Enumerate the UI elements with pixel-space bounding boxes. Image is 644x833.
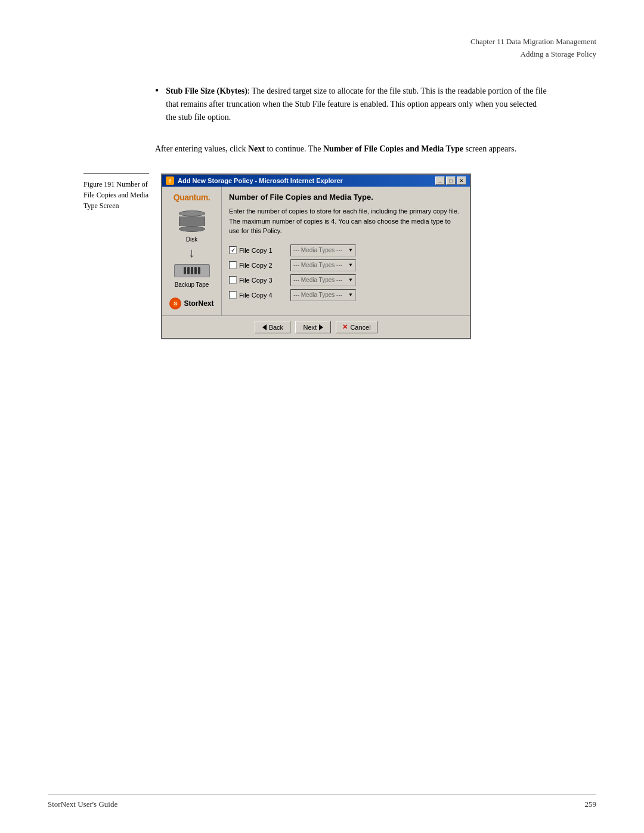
file-copy-3-checkbox[interactable] — [229, 276, 237, 284]
bullet-label: Stub File Size (Kbytes) — [166, 86, 247, 95]
back-label: Back — [269, 324, 283, 331]
file-copy-2-media-value: --- Media Types --- — [293, 262, 342, 268]
file-copy-row-1: File Copy 1 --- Media Types --- ▼ — [229, 244, 463, 256]
back-button[interactable]: Back — [255, 321, 290, 333]
dialog-title: Add New Storage Policy - Microsoft Inter… — [178, 177, 343, 184]
file-copy-2-checkbox-wrapper[interactable]: File Copy 2 — [229, 261, 286, 269]
after-text-bold: Number of File Copies and Media Type — [323, 144, 463, 153]
dropdown-arrow-1: ▼ — [348, 247, 353, 253]
figure-section: Figure 191 Number of File Copies and Med… — [83, 174, 561, 339]
file-copy-4-media-value: --- Media Types --- — [293, 292, 342, 298]
arrow-down-icon: ↓ — [188, 246, 195, 259]
tape-slot-1 — [184, 267, 186, 274]
after-text-middle: to continue. The — [265, 144, 323, 153]
stornext-text: StorNext — [184, 299, 213, 308]
file-copy-4-label: File Copy 4 — [239, 292, 273, 299]
file-copy-1-label: File Copy 1 — [239, 247, 273, 254]
dialog-sidebar: Quantum. Disk ↓ — [162, 187, 222, 315]
disk-body — [179, 216, 205, 226]
tape-device-icon — [174, 264, 210, 277]
titlebar-buttons[interactable]: _ □ × — [435, 176, 466, 185]
cancel-label: Cancel — [350, 324, 370, 331]
chapter-line2: Adding a Storage Policy — [48, 48, 596, 61]
file-copy-4-media-select[interactable]: --- Media Types --- ▼ — [290, 289, 356, 301]
file-copy-4-checkbox-wrapper[interactable]: File Copy 4 — [229, 291, 286, 299]
file-copy-4-checkbox[interactable] — [229, 291, 237, 299]
quantum-text: Quantum. — [174, 193, 210, 202]
after-text-before: After entering values, click — [155, 144, 248, 153]
file-copy-2-checkbox[interactable] — [229, 261, 237, 269]
file-copy-3-media-value: --- Media Types --- — [293, 277, 342, 283]
bullet-item: • Stub File Size (Kbytes): The desired t… — [155, 85, 549, 125]
cancel-button[interactable]: ✕ Cancel — [336, 321, 377, 333]
chapter-header: Chapter 11 Data Migration Management Add… — [48, 36, 596, 61]
file-copy-3-checkbox-wrapper[interactable]: File Copy 3 — [229, 276, 286, 284]
bullet-text: Stub File Size (Kbytes): The desired tar… — [166, 85, 549, 125]
tape-slot-3 — [191, 267, 193, 274]
file-copy-1-checkbox[interactable] — [229, 246, 237, 254]
footer-page-number: 259 — [585, 800, 597, 809]
footer-left: StorNext User's Guide — [48, 800, 117, 809]
dialog-box: e Add New Storage Policy - Microsoft Int… — [161, 174, 471, 339]
quantum-logo: Quantum. — [174, 193, 210, 202]
file-copy-row-4: File Copy 4 --- Media Types --- ▼ — [229, 289, 463, 301]
file-copy-1-media-value: --- Media Types --- — [293, 247, 342, 253]
disk-icon — [179, 210, 205, 232]
back-icon — [262, 324, 267, 330]
after-text-paragraph: After entering values, click Next to con… — [155, 143, 549, 156]
disk-stack — [179, 210, 205, 232]
stornext-logo: S StorNext — [169, 298, 213, 309]
after-text-next: Next — [248, 144, 265, 153]
next-icon — [319, 324, 323, 330]
maximize-button[interactable]: □ — [446, 176, 456, 185]
dialog-content: Quantum. Disk ↓ — [162, 187, 470, 315]
dialog-main: Number of File Copies and Media Type. En… — [222, 187, 470, 315]
file-copy-3-label: File Copy 3 — [239, 277, 273, 284]
after-text-after: screen appears. — [463, 144, 516, 153]
dialog-description: Enter the number of copies to store for … — [229, 206, 463, 236]
dialog-bottom-bar: Back Next ✕ Cancel — [162, 315, 470, 338]
file-copy-3-media-select[interactable]: --- Media Types --- ▼ — [290, 274, 356, 286]
chapter-line1: Chapter 11 Data Migration Management — [48, 36, 596, 48]
file-copy-1-checkbox-wrapper[interactable]: File Copy 1 — [229, 246, 286, 254]
page-footer: StorNext User's Guide 259 — [48, 794, 596, 809]
disk-top — [179, 210, 205, 216]
file-copy-row-2: File Copy 2 --- Media Types --- ▼ — [229, 259, 463, 271]
close-button[interactable]: × — [457, 176, 466, 185]
cancel-x-icon: ✕ — [342, 323, 348, 331]
disk-bottom — [179, 226, 205, 232]
figure-caption: Figure 191 Number of File Copies and Med… — [83, 174, 149, 339]
file-copy-1-media-select[interactable]: --- Media Types --- ▼ — [290, 244, 356, 256]
next-button[interactable]: Next — [295, 321, 331, 333]
next-label: Next — [304, 324, 317, 331]
dialog-wrapper: e Add New Storage Policy - Microsoft Int… — [161, 174, 471, 339]
tape-slot-2 — [187, 267, 190, 274]
backup-tape-label: Backup Tape — [175, 281, 209, 288]
tape-slots — [184, 267, 200, 274]
file-copy-2-media-select[interactable]: --- Media Types --- ▼ — [290, 259, 356, 271]
bullet-dot: • — [155, 83, 159, 125]
disk-label: Disk — [186, 236, 197, 243]
titlebar-left: e Add New Storage Policy - Microsoft Int… — [166, 176, 343, 185]
minimize-button[interactable]: _ — [435, 176, 445, 185]
dialog-titlebar: e Add New Storage Policy - Microsoft Int… — [162, 175, 470, 187]
ie-icon: e — [166, 176, 174, 185]
file-copy-2-label: File Copy 2 — [239, 262, 273, 269]
bullet-section: • Stub File Size (Kbytes): The desired t… — [155, 85, 549, 125]
dialog-heading: Number of File Copies and Media Type. — [229, 193, 463, 202]
file-copy-row-3: File Copy 3 --- Media Types --- ▼ — [229, 274, 463, 286]
tape-slot-5 — [198, 267, 200, 274]
dropdown-arrow-3: ▼ — [348, 277, 353, 283]
dropdown-arrow-2: ▼ — [348, 262, 353, 268]
stornext-icon: S — [169, 298, 181, 309]
tape-slot-4 — [194, 267, 197, 274]
dropdown-arrow-4: ▼ — [348, 292, 353, 298]
